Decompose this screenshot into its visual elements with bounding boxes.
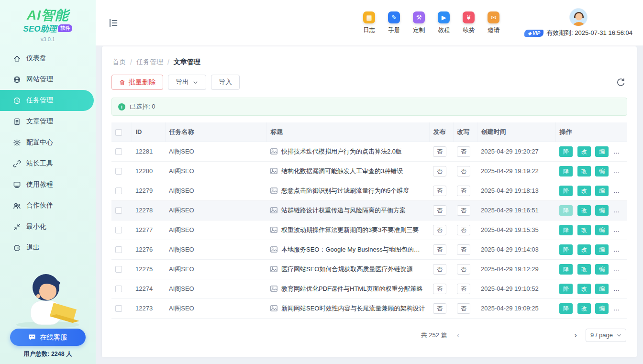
demote-button[interactable]: 降: [559, 244, 573, 255]
demote-button[interactable]: 降: [559, 146, 573, 157]
publish-status-button[interactable]: 否: [433, 205, 446, 216]
rewrite-button[interactable]: 改: [577, 205, 591, 216]
edit-button[interactable]: 编: [595, 244, 609, 255]
rewrite-button[interactable]: 改: [577, 244, 591, 255]
rewrite-status-button[interactable]: 否: [457, 225, 470, 235]
delete-button[interactable]: 删: [613, 264, 627, 275]
next-page-button[interactable]: ›: [571, 331, 580, 339]
edit-button[interactable]: 编: [595, 264, 609, 275]
export-button[interactable]: 导出: [168, 75, 206, 90]
demote-button[interactable]: 降: [559, 303, 573, 314]
row-checkbox[interactable]: [115, 168, 122, 175]
online-support-button[interactable]: 在线客服: [10, 329, 86, 346]
sidebar-item-tutorial[interactable]: 使用教程: [0, 174, 96, 195]
rewrite-button[interactable]: 改: [577, 186, 591, 196]
breadcrumb-home[interactable]: 首页: [112, 58, 126, 66]
quick-link-log[interactable]: ▤ 日志: [363, 11, 375, 34]
publish-status-button[interactable]: 否: [433, 303, 446, 314]
page-size-select[interactable]: 9 / page: [586, 329, 626, 342]
demote-button[interactable]: 降: [559, 284, 573, 294]
publish-status-button[interactable]: 否: [433, 186, 446, 196]
delete-button[interactable]: 删: [613, 284, 627, 294]
rewrite-button[interactable]: 改: [577, 225, 591, 235]
breadcrumb-task-management[interactable]: 任务管理: [136, 58, 163, 66]
rewrite-status-button[interactable]: 否: [457, 205, 470, 216]
rewrite-status-button[interactable]: 否: [457, 146, 470, 157]
edit-button[interactable]: 编: [595, 303, 609, 314]
page-number[interactable]: [479, 329, 493, 342]
delete-button[interactable]: 删: [613, 303, 627, 314]
batch-delete-button[interactable]: 批量删除: [111, 75, 163, 90]
edit-button[interactable]: 编: [595, 146, 609, 157]
publish-status-button[interactable]: 否: [433, 225, 446, 235]
rewrite-status-button[interactable]: 否: [457, 166, 470, 176]
rewrite-status-button[interactable]: 否: [457, 264, 470, 275]
quick-link-course[interactable]: ▶ 教程: [438, 11, 450, 34]
row-checkbox[interactable]: [115, 227, 122, 233]
sidebar-item-tools[interactable]: 站长工具: [0, 153, 96, 174]
rewrite-button[interactable]: 改: [577, 146, 591, 157]
edit-button[interactable]: 编: [595, 225, 609, 235]
publish-status-button[interactable]: 否: [433, 284, 446, 294]
publish-status-button[interactable]: 否: [433, 244, 446, 255]
cell-created-time: 2025-04-29 19:10:52: [477, 279, 555, 298]
delete-button[interactable]: 删: [613, 244, 627, 255]
page-number[interactable]: [556, 329, 569, 342]
delete-button[interactable]: 删: [613, 166, 627, 176]
rewrite-status-button[interactable]: 否: [457, 284, 470, 294]
page-number[interactable]: [495, 329, 508, 342]
edit-button[interactable]: 编: [595, 166, 609, 176]
edit-button[interactable]: 编: [595, 284, 609, 294]
select-all-checkbox[interactable]: [115, 129, 122, 136]
refresh-icon[interactable]: [616, 78, 625, 87]
avatar[interactable]: [569, 8, 588, 26]
row-checkbox[interactable]: [115, 266, 122, 273]
demote-button[interactable]: 降: [559, 264, 573, 275]
sidebar-item-articles[interactable]: 文章管理: [0, 111, 96, 132]
page-number[interactable]: [525, 329, 539, 342]
sidebar-item-minimize[interactable]: 最小化: [0, 216, 96, 237]
demote-button[interactable]: 降: [559, 186, 573, 196]
rewrite-button[interactable]: 改: [577, 284, 591, 294]
rewrite-status-button[interactable]: 否: [457, 303, 470, 314]
page-number[interactable]: [464, 329, 477, 342]
edit-button[interactable]: 编: [595, 205, 609, 216]
delete-button[interactable]: 删: [613, 186, 627, 196]
row-checkbox[interactable]: [115, 188, 122, 194]
rewrite-status-button[interactable]: 否: [457, 244, 470, 255]
rewrite-button[interactable]: 改: [577, 166, 591, 176]
delete-button[interactable]: 删: [613, 205, 627, 216]
row-checkbox[interactable]: [115, 148, 122, 155]
prev-page-button[interactable]: ‹: [454, 331, 463, 339]
quick-link-custom[interactable]: ⚒ 定制: [413, 11, 425, 34]
publish-status-button[interactable]: 否: [433, 264, 446, 275]
demote-button[interactable]: 降: [559, 225, 573, 235]
row-checkbox[interactable]: [115, 207, 122, 214]
row-checkbox[interactable]: [115, 286, 122, 292]
quick-link-renew[interactable]: ¥ 续费: [463, 11, 475, 34]
demote-button[interactable]: 降: [559, 166, 573, 176]
publish-status-button[interactable]: 否: [433, 166, 446, 176]
demote-button[interactable]: 降: [559, 205, 573, 216]
row-checkbox[interactable]: [115, 305, 122, 312]
quick-link-manual[interactable]: ✎ 手册: [388, 11, 400, 34]
sidebar-item-tasks[interactable]: 任务管理: [0, 90, 94, 111]
sidebar-item-website[interactable]: 网站管理: [0, 69, 96, 90]
import-button[interactable]: 导入: [211, 75, 240, 90]
delete-button[interactable]: 删: [613, 146, 627, 157]
delete-button[interactable]: 删: [613, 225, 627, 235]
page-number[interactable]: [541, 329, 554, 342]
sidebar-item-dashboard[interactable]: 仪表盘: [0, 48, 96, 69]
rewrite-button[interactable]: 改: [577, 264, 591, 275]
collapse-sidebar-icon[interactable]: [108, 18, 119, 28]
edit-button[interactable]: 编: [595, 186, 609, 196]
rewrite-button[interactable]: 改: [577, 303, 591, 314]
publish-status-button[interactable]: 否: [433, 146, 446, 157]
row-checkbox[interactable]: [115, 246, 122, 253]
quick-link-invite[interactable]: ✉ 邀请: [488, 11, 499, 34]
rewrite-status-button[interactable]: 否: [457, 186, 470, 196]
sidebar-item-partners[interactable]: 合作伙伴: [0, 195, 96, 216]
sidebar-item-logout[interactable]: 退出: [0, 237, 96, 258]
sidebar-item-settings[interactable]: 配置中心: [0, 132, 96, 153]
page-number[interactable]: [510, 329, 523, 342]
